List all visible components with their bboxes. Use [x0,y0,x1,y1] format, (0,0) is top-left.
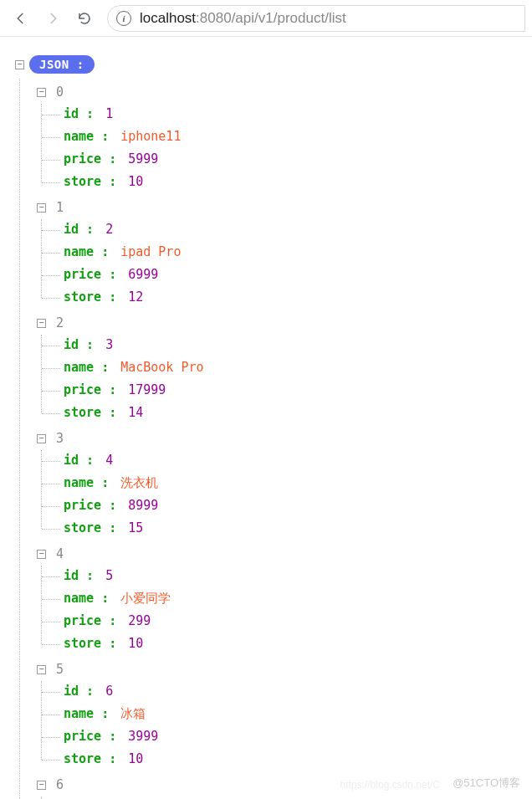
property-row: price3999 [64,726,532,749]
property-value: 8999 [128,498,158,513]
array-index: 6 [56,777,64,792]
property-row: id1 [64,104,532,126]
collapse-toggle[interactable]: − [37,203,46,213]
property-value: 17999 [128,382,166,397]
property-value: 2 [105,222,113,237]
item-properties: id1nameiphone11price5999store10 [41,104,532,194]
property-value: ipad Pro [120,244,181,259]
property-key: store [64,636,116,651]
url-host: localhost [140,10,196,27]
forward-button[interactable] [38,4,67,33]
collapse-toggle[interactable]: − [37,88,46,97]
reload-button[interactable] [70,4,99,33]
collapse-toggle[interactable]: − [37,781,46,790]
property-key: price [64,729,116,744]
property-row: id2 [64,219,532,242]
json-array-item: −2id3nameMacBook Proprice17999store14 [37,310,532,425]
item-properties: id5name小爱同学price299store10 [41,566,532,656]
property-key: id [64,337,94,352]
site-info-icon[interactable]: i [116,11,131,26]
back-button[interactable] [7,4,35,33]
property-value: 299 [128,613,151,628]
item-header: −0 [37,81,532,103]
item-header: −1 [37,197,532,218]
property-key: id [64,106,94,121]
collapse-toggle[interactable]: − [37,434,46,443]
property-row: nameiphone11 [64,126,532,149]
array-index: 0 [56,85,64,100]
property-key: price [64,151,116,166]
property-row: store15 [64,518,532,540]
property-value: 洗衣机 [120,475,158,491]
property-key: id [64,453,94,468]
property-key: store [64,520,116,535]
property-key: price [64,613,116,628]
property-value: 10 [128,174,143,189]
property-row: price5999 [64,149,532,172]
reload-icon [77,11,92,26]
property-key: id [64,684,94,699]
json-root-badge: JSON : [29,55,95,74]
json-array-item: −5id6name冰箱price3999store10 [37,656,532,771]
property-key: name [64,244,109,259]
json-tree: − JSON : −0id1nameiphone11price5999store… [0,37,532,799]
item-header: −5 [37,658,532,680]
arrow-left-icon [13,11,28,26]
property-key: name [64,360,109,375]
collapse-toggle[interactable]: − [37,665,46,674]
collapse-toggle[interactable]: − [37,319,46,328]
property-row: price6999 [64,264,532,287]
property-row: id6 [64,681,532,704]
property-key: store [64,174,116,189]
property-value: 5999 [128,151,158,166]
property-value: MacBook Pro [120,360,203,375]
property-key: store [64,289,116,305]
property-row: name洗衣机 [64,473,532,495]
property-row: nameMacBook Pro [64,357,532,380]
property-value: 4 [105,453,113,468]
json-array-item: −4id5name小爱同学price299store10 [37,540,532,656]
json-items: −0id1nameiphone11price5999store10−1id2na… [19,79,532,799]
property-key: id [64,222,94,237]
property-row: store12 [64,287,532,310]
property-row: price299 [64,611,532,633]
property-key: store [64,751,116,766]
property-value: iphone11 [120,129,181,144]
collapse-toggle[interactable]: − [37,550,46,559]
item-properties: id6name冰箱price3999store10 [41,681,532,771]
arrow-right-icon [45,11,60,26]
item-properties: id2nameipad Proprice6999store12 [41,219,532,310]
property-row: price17999 [64,380,532,402]
property-value: 10 [128,636,143,651]
json-array-item: −1id2nameipad Proprice6999store12 [37,194,532,310]
item-header: −2 [37,312,532,334]
item-header: −6 [37,774,532,796]
property-value: 小爱同学 [120,591,171,607]
property-row: name冰箱 [64,704,532,726]
property-row: nameipad Pro [64,242,532,264]
property-row: store10 [64,749,532,771]
json-root-row: − JSON : [15,55,532,74]
property-value: 1 [105,106,113,121]
item-header: −4 [37,543,532,565]
property-value: 12 [128,289,143,305]
browser-nav-bar: i localhost :8080/api/v1/product/list [0,0,532,37]
json-array-item: −6id7 [37,771,532,799]
array-index: 1 [56,200,64,215]
property-value: 6999 [128,267,158,282]
array-index: 4 [56,546,64,561]
property-value: 3 [105,337,113,352]
item-properties: id3nameMacBook Proprice17999store14 [41,335,532,425]
property-value: 3999 [128,729,158,744]
url-bar[interactable]: i localhost :8080/api/v1/product/list [107,5,525,32]
array-index: 3 [56,431,64,446]
property-row: store10 [64,633,532,656]
property-value: 15 [128,520,143,535]
property-row: price8999 [64,495,532,518]
property-value: 冰箱 [120,706,146,722]
property-key: price [64,267,116,282]
property-key: name [64,129,109,144]
property-key: price [64,382,116,397]
property-value: 14 [128,405,143,420]
collapse-toggle[interactable]: − [15,60,24,69]
